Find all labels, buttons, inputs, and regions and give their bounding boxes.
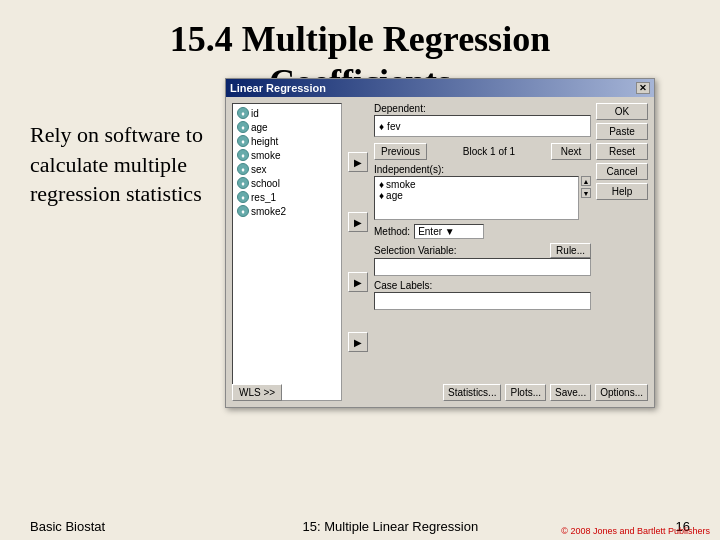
indep-var-icon: ♦: [379, 190, 384, 201]
selection-label: Selection Variable:: [374, 245, 457, 256]
cancel-button[interactable]: Cancel: [596, 163, 648, 180]
dialog-title: Linear Regression: [230, 82, 326, 94]
list-item[interactable]: ♦height: [235, 134, 339, 148]
indep-var-icon: ♦: [379, 179, 384, 190]
wls-button[interactable]: WLS >>: [232, 384, 282, 401]
arrow-buttons: ▶ ▶ ▶ ▶: [347, 103, 369, 401]
bottom-right-buttons: Statistics... Plots... Save... Options..…: [443, 384, 648, 401]
independent-section: Independent(s): ♦ smoke ♦ age: [374, 164, 591, 220]
scroll-down-icon[interactable]: ▼: [581, 188, 591, 198]
var-icon: ♦: [237, 135, 249, 147]
list-item[interactable]: ♦id: [235, 106, 339, 120]
list-item[interactable]: ♦sex: [235, 162, 339, 176]
dialog-titlebar: Linear Regression ✕: [226, 79, 654, 97]
arrow-right-dep-button[interactable]: ▶: [348, 152, 368, 172]
var-icon: ♦: [237, 205, 249, 217]
indep-item[interactable]: ♦ age: [379, 190, 574, 201]
help-button[interactable]: Help: [596, 183, 648, 200]
close-button[interactable]: ✕: [636, 82, 650, 94]
var-icon: ♦: [237, 191, 249, 203]
side-buttons: OK Paste Reset Cancel Help: [596, 103, 648, 401]
dep-var-icon: ♦: [379, 121, 384, 132]
right-panel: Dependent: ♦ fev Previous Block 1 of 1 N…: [374, 103, 591, 401]
arrow-right-indep-button[interactable]: ▶: [348, 212, 368, 232]
indep-scroll: ▲ ▼: [581, 176, 591, 220]
bottom-buttons: WLS >> Statistics... Plots... Save... Op…: [232, 384, 648, 401]
dependent-section: Dependent: ♦ fev: [374, 103, 591, 137]
slide: 15.4 Multiple Regression Coefficients Re…: [0, 0, 720, 540]
reset-button[interactable]: Reset: [596, 143, 648, 160]
ok-button[interactable]: OK: [596, 103, 648, 120]
independent-listbox[interactable]: ♦ smoke ♦ age: [374, 176, 579, 220]
list-item[interactable]: ♦smoke: [235, 148, 339, 162]
block-controls: Previous Block 1 of 1 Next: [374, 143, 591, 160]
save-button[interactable]: Save...: [550, 384, 591, 401]
plots-button[interactable]: Plots...: [505, 384, 546, 401]
linear-regression-dialog: Linear Regression ✕ ♦id ♦age ♦height ♦sm…: [225, 78, 655, 408]
indep-item[interactable]: ♦ smoke: [379, 179, 574, 190]
dependent-value: fev: [387, 121, 400, 132]
next-button[interactable]: Next: [551, 143, 591, 160]
rule-button[interactable]: Rule...: [550, 243, 591, 258]
footer-left: Basic Biostat: [30, 519, 105, 534]
dialog-body: ♦id ♦age ♦height ♦smoke ♦sex ♦school ♦re…: [226, 97, 654, 407]
method-label: Method:: [374, 226, 410, 237]
independent-wrapper: ♦ smoke ♦ age ▲ ▼: [374, 176, 591, 220]
options-button[interactable]: Options...: [595, 384, 648, 401]
independent-label: Independent(s):: [374, 164, 591, 175]
var-icon: ♦: [237, 149, 249, 161]
var-icon: ♦: [237, 177, 249, 189]
list-item[interactable]: ♦res_1: [235, 190, 339, 204]
case-section: Case Labels:: [374, 280, 591, 310]
list-item[interactable]: ♦age: [235, 120, 339, 134]
var-icon: ♦: [237, 121, 249, 133]
scroll-up-icon[interactable]: ▲: [581, 176, 591, 186]
list-item[interactable]: ♦smoke2: [235, 204, 339, 218]
var-icon: ♦: [237, 163, 249, 175]
selection-variable-field[interactable]: [374, 258, 591, 276]
previous-button[interactable]: Previous: [374, 143, 427, 160]
variable-listbox-area: ♦id ♦age ♦height ♦smoke ♦sex ♦school ♦re…: [232, 103, 342, 401]
dependent-field[interactable]: ♦ fev: [374, 115, 591, 137]
var-icon: ♦: [237, 107, 249, 119]
method-section: Method: Enter ▼: [374, 224, 591, 239]
footer-center: 15: Multiple Linear Regression: [303, 519, 479, 534]
list-item[interactable]: ♦school: [235, 176, 339, 190]
case-labels-field[interactable]: [374, 292, 591, 310]
method-select[interactable]: Enter ▼: [414, 224, 484, 239]
statistics-button[interactable]: Statistics...: [443, 384, 501, 401]
arrow-right-sel-button[interactable]: ▶: [348, 272, 368, 292]
selection-section: Selection Variable: Rule...: [374, 243, 591, 276]
variable-listbox[interactable]: ♦id ♦age ♦height ♦smoke ♦sex ♦school ♦re…: [232, 103, 342, 401]
slide-body-text: Rely on software to calculate multiple r…: [30, 120, 230, 209]
arrow-right-case-button[interactable]: ▶: [348, 332, 368, 352]
case-label: Case Labels:: [374, 280, 591, 291]
dependent-label: Dependent:: [374, 103, 591, 114]
paste-button[interactable]: Paste: [596, 123, 648, 140]
publisher-text: © 2008 Jones and Bartlett Publishers: [561, 526, 710, 536]
block-label: Block 1 of 1: [430, 146, 548, 157]
